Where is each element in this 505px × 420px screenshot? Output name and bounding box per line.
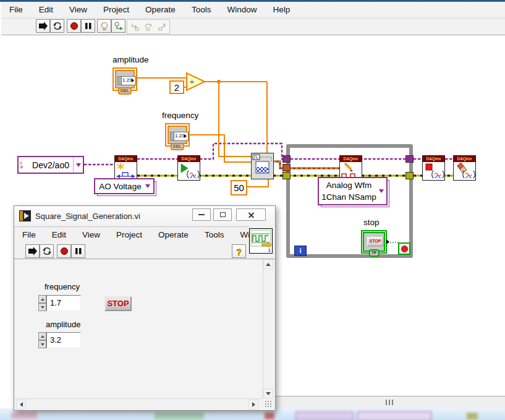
menu-operate[interactable]: Operate <box>137 2 184 18</box>
ao-voltage-label: AO Voltage <box>95 182 145 191</box>
abort-icon <box>70 22 79 30</box>
scroll-down-button[interactable] <box>263 388 273 398</box>
fp-run-button[interactable] <box>25 244 40 258</box>
taskbar-blob <box>467 413 478 419</box>
tf-type-tag: TF <box>369 249 380 257</box>
loop-iteration-terminal[interactable]: i <box>294 246 307 256</box>
fp-abort-button[interactable] <box>57 244 71 258</box>
dropdown-arrow-icon <box>379 189 384 193</box>
fp-menu-tools[interactable]: Tools <box>197 227 232 243</box>
tunnel-error-in <box>282 172 291 179</box>
stop-terminal[interactable]: STOP TF <box>361 230 387 254</box>
increment-button[interactable] <box>38 332 46 340</box>
front-panel-title: Square_Signal_Generation.vi <box>35 212 140 221</box>
stop-terminal-label: stop <box>363 218 380 227</box>
fp-vertical-scrollbar[interactable] <box>263 259 274 398</box>
menu-view[interactable]: View <box>61 2 95 18</box>
daqmx-clear-task-node[interactable]: DAQmx <box>453 155 476 181</box>
pause-icon <box>85 22 92 30</box>
retain-wire-values-button[interactable] <box>111 19 125 33</box>
front-panel-menubar: FileEditViewProjectOperateToolsWindo <box>14 226 249 243</box>
pause-button[interactable] <box>81 19 95 33</box>
amplitude-terminal-label: amplitude <box>112 55 149 64</box>
fp-amplitude-label: amplitude <box>46 320 80 329</box>
menu-file[interactable]: File <box>1 2 31 18</box>
daqmx-stop-task-node[interactable]: DAQmx <box>422 155 445 181</box>
tunnel-waveform-in <box>282 164 291 171</box>
menu-tools[interactable]: Tools <box>184 2 219 18</box>
tunnel-task-in <box>282 155 291 163</box>
menu-project[interactable]: Project <box>95 2 137 18</box>
minimize-button[interactable] <box>192 208 211 221</box>
front-panel-titlebar[interactable]: Square_Signal_Generation.vi <box>14 206 275 226</box>
context-help-button[interactable]: ? <box>232 244 246 258</box>
highlight-execution-button[interactable] <box>97 19 111 33</box>
close-button[interactable] <box>236 208 266 221</box>
frequency-terminal[interactable]: 1.23 DBL <box>165 123 190 147</box>
fp-frequency-label: frequency <box>45 282 80 291</box>
decrement-button[interactable] <box>38 303 46 311</box>
step-into-icon <box>130 23 139 31</box>
amplitude-spinner[interactable] <box>38 332 46 348</box>
front-panel-window: Square_Signal_Generation.vi FileEditView… <box>14 205 276 411</box>
diagram-horizontal-scrollbar[interactable] <box>276 396 505 409</box>
dropdown-arrow-icon <box>145 184 150 188</box>
constant-two[interactable]: 2 <box>169 80 184 94</box>
fp-menu-edit[interactable]: Edit <box>44 227 74 243</box>
run-button[interactable] <box>36 19 50 33</box>
scroll-right-button[interactable] <box>248 400 258 409</box>
fp-menu-view[interactable]: View <box>74 227 108 243</box>
frequency-spinner[interactable] <box>38 295 46 311</box>
decrement-button[interactable] <box>38 340 46 348</box>
fp-menu-project[interactable]: Project <box>108 227 150 243</box>
step-over-button[interactable] <box>141 20 155 33</box>
scroll-left-button[interactable] <box>16 400 26 409</box>
front-panel-toolbar: ? <box>14 242 275 259</box>
physical-channel-constant[interactable]: I o Dev2/ao0 <box>17 156 84 174</box>
scrollbar-grip-icon <box>392 400 393 405</box>
start-task-icon <box>178 162 200 180</box>
square-waveform-vi-node[interactable] <box>251 153 274 179</box>
fp-menu-file[interactable]: File <box>14 227 44 243</box>
step-into-button <box>127 20 142 33</box>
frequency-input[interactable]: 1.7 <box>46 295 81 311</box>
resize-grip-icon[interactable] <box>265 400 272 408</box>
loop-condition-terminal[interactable] <box>398 242 410 255</box>
retain-wire-values-icon <box>114 22 124 30</box>
io-glyph-icon: I o <box>19 161 28 169</box>
write-mode-line1: Analog Wfm <box>319 179 379 191</box>
daqmx-header: DAQmx <box>454 156 475 162</box>
vi-icon[interactable]: 1 <box>249 228 273 254</box>
write-mode-selector[interactable]: Analog Wfm 1Chan NSamp <box>318 177 388 205</box>
fp-menu-window[interactable]: Windo <box>232 227 249 243</box>
increment-button[interactable] <box>38 295 46 303</box>
menu-help[interactable]: Help <box>265 2 298 18</box>
vi-icon-number: 1 <box>268 247 271 253</box>
daqmx-create-channel-node[interactable]: DAQmx <box>114 155 137 181</box>
amplitude-input[interactable]: 3.2 <box>46 332 81 348</box>
fp-run-continuous-button[interactable] <box>40 244 54 258</box>
maximize-button[interactable] <box>213 208 232 221</box>
ao-voltage-selector[interactable]: AO Voltage <box>94 178 155 194</box>
frequency-terminal-label: frequency <box>162 111 198 120</box>
fp-menu-operate[interactable]: Operate <box>150 227 197 243</box>
run-continuous-button[interactable] <box>50 19 64 33</box>
scroll-up-button[interactable] <box>263 259 273 269</box>
constant-fifty[interactable]: 50 <box>231 180 247 195</box>
run-continuous-icon <box>42 247 52 255</box>
channel-dropdown[interactable] <box>73 157 83 173</box>
menu-window[interactable]: Window <box>219 2 265 18</box>
abort-button[interactable] <box>67 19 81 33</box>
maximize-icon <box>220 212 226 217</box>
step-out-icon <box>158 23 166 31</box>
amplitude-terminal[interactable]: 1.23 DBL <box>112 67 137 91</box>
fp-stop-button[interactable]: STOP <box>104 296 132 311</box>
up-arrow-icon <box>41 335 45 338</box>
daqmx-start-task-node[interactable]: DAQmx <box>177 155 200 181</box>
divide-node[interactable]: ÷ <box>185 71 208 96</box>
fp-pause-button[interactable] <box>71 244 85 258</box>
block-diagram-toolbar <box>1 19 505 35</box>
menu-edit[interactable]: Edit <box>31 2 61 18</box>
fp-horizontal-scrollbar[interactable] <box>15 398 263 410</box>
dropdown-arrow-icon <box>76 163 81 167</box>
